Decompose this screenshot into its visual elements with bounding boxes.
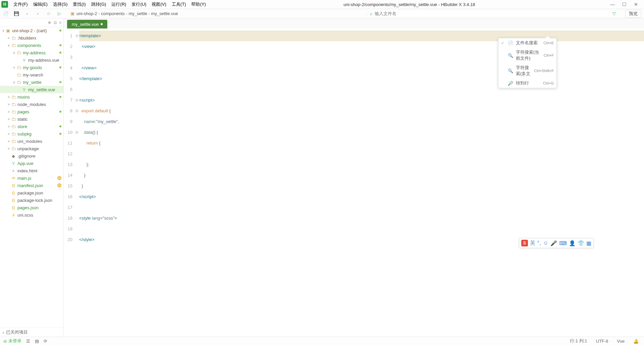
menu-跳转(G)[interactable]: 跳转(G) bbox=[89, 1, 109, 7]
login-status[interactable]: ⊖ 未登录 bbox=[3, 338, 21, 344]
language-mode[interactable]: Vue bbox=[615, 339, 627, 344]
tab-active[interactable]: my_settle.vue bbox=[67, 20, 107, 28]
menu-发行(U)[interactable]: 发行(U) bbox=[129, 1, 149, 7]
breadcrumb-item[interactable]: my_settle bbox=[128, 11, 147, 16]
code-line-14[interactable]: } bbox=[79, 170, 644, 181]
close-icon[interactable]: ✕ bbox=[634, 2, 638, 7]
menu-视图(V)[interactable]: 视图(V) bbox=[149, 1, 169, 7]
ime-emoji-icon[interactable]: ☺ bbox=[543, 240, 548, 246]
ime-toolbar[interactable]: S 英 °, ☺ 🎤 ⌨ 👤 👕 ▦ bbox=[519, 238, 594, 248]
tree-item-unpackage[interactable]: >🗀unpackage bbox=[0, 145, 63, 152]
back-icon[interactable]: ‹ bbox=[24, 11, 30, 17]
tree-item-.gitignore[interactable]: ◆.gitignore bbox=[0, 152, 63, 160]
tree-item-my_settle.vue[interactable]: Vmy_settle.vue bbox=[0, 86, 63, 93]
tree-item-store[interactable]: >🗀store bbox=[0, 123, 63, 130]
sb-terminal-icon[interactable]: ▤ bbox=[35, 339, 39, 344]
tree-item-subpkg[interactable]: >🗀subpkg bbox=[0, 130, 63, 137]
search-type-popup: ✓📄文件名搜索Ctrl+E🔍字符搜索(当前文件)Ctrl+F🔍字符搜索(多文Ct… bbox=[498, 38, 557, 88]
ime-keyboard-icon[interactable]: ⌨ bbox=[559, 240, 567, 246]
filter-icon[interactable]: ▽ bbox=[612, 11, 616, 16]
code-line-7[interactable]: <script> bbox=[79, 95, 644, 106]
search-option-字符搜索(当前文件)[interactable]: 🔍字符搜索(当前文件)Ctrl+F bbox=[498, 48, 556, 63]
tree-item-static[interactable]: >🗀static bbox=[0, 115, 63, 123]
breadcrumb-item[interactable]: components bbox=[101, 11, 125, 16]
tree-item-my-address.vue[interactable]: Vmy-address.vue bbox=[0, 56, 63, 64]
tree-item-my_settle[interactable]: v🗀my_settle bbox=[0, 78, 63, 86]
forward-icon[interactable]: › bbox=[35, 11, 41, 17]
sidebar-menu-icon[interactable]: ≡ bbox=[59, 20, 61, 24]
search-option-字符搜索(多文[interactable]: 🔍字符搜索(多文Ctrl+Shift+F bbox=[498, 63, 556, 78]
tree-item-uni_modules[interactable]: >🗀uni_modules bbox=[0, 137, 63, 145]
tree-item-package-lock.json[interactable]: {}package-lock.json bbox=[0, 196, 63, 204]
closed-projects[interactable]: › 已关闭项目 bbox=[0, 328, 63, 337]
code-line-1[interactable]: <template> bbox=[79, 31, 644, 41]
ime-grid-icon[interactable]: ▦ bbox=[586, 240, 591, 246]
sb-sync-icon[interactable]: ⟳ bbox=[44, 339, 47, 344]
code-line-8[interactable]: export default { bbox=[79, 106, 644, 116]
tree-item-index.html[interactable]: ≡index.html bbox=[0, 167, 63, 174]
tree-item-my-goods[interactable]: >🗀my-goods bbox=[0, 64, 63, 71]
menu-文件(F)[interactable]: 文件(F) bbox=[11, 1, 31, 7]
folder-icon: 🗀 bbox=[11, 131, 16, 136]
tree-item-main.js[interactable]: JSmain.jsM bbox=[0, 174, 63, 182]
menu-运行(R)[interactable]: 运行(R) bbox=[109, 1, 129, 7]
preview-button[interactable]: 预览 bbox=[625, 10, 641, 18]
ime-voice-icon[interactable]: 🎤 bbox=[550, 240, 557, 246]
tree-item-manifest.json[interactable]: {}manifest.jsonM bbox=[0, 182, 63, 189]
search-option-转到行[interactable]: 🔎转到行Ctrl+G bbox=[498, 78, 556, 88]
tree-item-App.vue[interactable]: VApp.vue bbox=[0, 160, 63, 167]
code-line-17[interactable] bbox=[79, 202, 644, 213]
folder-icon: 🗀 bbox=[11, 138, 16, 144]
run-icon[interactable]: ▷ bbox=[56, 11, 62, 17]
maximize-icon[interactable]: ☐ bbox=[622, 2, 627, 7]
tree-item-components[interactable]: v🗀components bbox=[0, 42, 63, 49]
menu-编辑(E)[interactable]: 编辑(E) bbox=[31, 1, 50, 7]
collapse-all-icon[interactable]: ⊕ bbox=[48, 20, 51, 25]
code-line-13[interactable]: }; bbox=[79, 159, 644, 170]
code-line-9[interactable]: name:"my_settle", bbox=[79, 116, 644, 127]
code-line-11[interactable]: return { bbox=[79, 138, 644, 149]
tree-item-pages.json[interactable]: {}pages.json bbox=[0, 204, 63, 211]
ime-lang-icon[interactable]: 英 bbox=[530, 240, 535, 247]
json-icon: {} bbox=[11, 183, 16, 188]
code-line-4[interactable]: </view> bbox=[79, 63, 644, 73]
tree-item-.hbuilderx[interactable]: >🗀.hbuilderx bbox=[0, 34, 63, 42]
code-line-12[interactable] bbox=[79, 149, 644, 159]
minimize-icon[interactable]: — bbox=[610, 2, 615, 7]
sync-icon[interactable]: ⊡ bbox=[54, 20, 57, 25]
menu-帮助(Y)[interactable]: 帮助(Y) bbox=[189, 1, 208, 7]
code-line-5[interactable]: </template> bbox=[79, 73, 644, 84]
encoding[interactable]: UTF-8 bbox=[594, 339, 610, 344]
code-line-18[interactable]: <style lang="scss"> bbox=[79, 213, 644, 224]
tree-item-my-search[interactable]: 🗀my-search bbox=[0, 71, 63, 78]
search-input[interactable] bbox=[375, 11, 608, 16]
code-line-3[interactable] bbox=[79, 52, 644, 63]
breadcrumb-item[interactable]: my_settle.vue bbox=[151, 11, 178, 16]
tree-item-my-address[interactable]: v🗀my-address bbox=[0, 49, 63, 56]
project-root[interactable]: v ▣ uni-shop-2 - (cart) bbox=[0, 27, 63, 34]
star-icon[interactable]: ☆ bbox=[46, 11, 52, 17]
code-line-16[interactable]: </script> bbox=[79, 191, 644, 202]
code-line-2[interactable]: <view> bbox=[79, 41, 644, 52]
save-icon[interactable]: 💾 bbox=[13, 11, 19, 17]
tree-item-package.json[interactable]: {}package.json bbox=[0, 189, 63, 196]
tree-item-uni.scss[interactable]: ⚡uni.scss bbox=[0, 211, 63, 219]
sb-list-icon[interactable]: ☰ bbox=[26, 339, 30, 344]
tree-item-node_modules[interactable]: >🗀node_modules bbox=[0, 101, 63, 108]
menu-选择(S)[interactable]: 选择(S) bbox=[50, 1, 70, 7]
new-file-icon[interactable]: 📄 bbox=[3, 11, 9, 17]
tree-item-mixins[interactable]: >🗀mixins bbox=[0, 93, 63, 101]
menu-工具(T)[interactable]: 工具(T) bbox=[169, 1, 189, 7]
menu-查找(I)[interactable]: 查找(I) bbox=[70, 1, 88, 7]
notification-icon[interactable]: 🔔 bbox=[631, 339, 641, 344]
code-line-6[interactable] bbox=[79, 84, 644, 95]
folder-icon: 🗀 bbox=[11, 109, 16, 114]
breadcrumb-item[interactable]: uni-shop-2 bbox=[76, 11, 97, 16]
ime-shirt-icon[interactable]: 👕 bbox=[578, 240, 584, 246]
code-line-15[interactable]: } bbox=[79, 181, 644, 191]
ime-punct-icon[interactable]: °, bbox=[537, 240, 541, 246]
tree-item-pages[interactable]: >🗀pages bbox=[0, 108, 63, 115]
code-line-10[interactable]: data() { bbox=[79, 127, 644, 138]
ime-person-icon[interactable]: 👤 bbox=[569, 240, 576, 246]
code-line-19[interactable] bbox=[79, 224, 644, 234]
